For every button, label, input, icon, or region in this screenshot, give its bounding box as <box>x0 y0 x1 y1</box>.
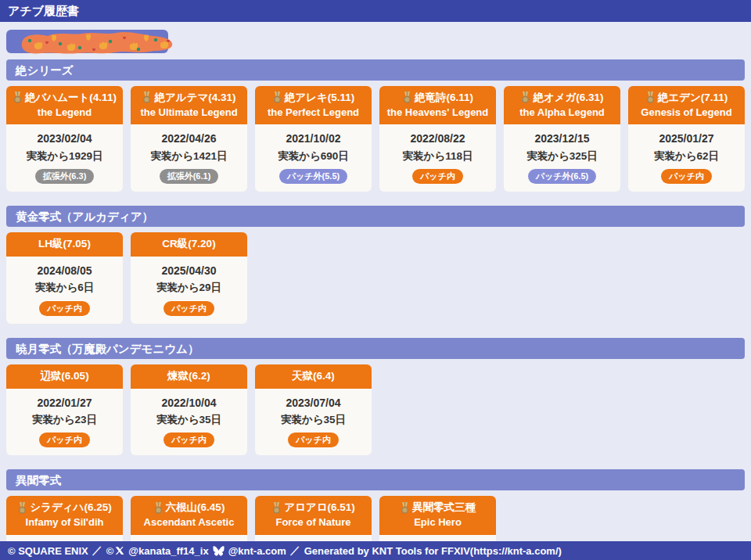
medal-icon <box>520 92 530 103</box>
badge-wrap: パッチ外(6.5) <box>507 168 617 184</box>
achievement-title-text: 天獄(6.4) <box>292 368 335 384</box>
achievement-title: 絶バハムート(4.11) <box>8 90 121 106</box>
achievement-subtitle: the Alpha Legend <box>505 106 619 120</box>
days-since-release: 実装から6日 <box>9 279 120 296</box>
achievement-card: 絶オメガ(6.31)the Alpha Legend2023/12/15実装から… <box>504 86 620 192</box>
clear-date: 2024/08/05 <box>9 262 120 279</box>
achievement-card-body: 2021/10/02実装から690日パッチ外(5.5) <box>255 124 372 192</box>
patch-status-badge: パッチ内 <box>39 301 90 316</box>
achievement-card-body: 2025/01/27実装から62日パッチ内 <box>628 124 745 192</box>
achievement-card-header: 絶バハムート(4.11)the Legend <box>6 86 123 124</box>
achievement-title: 絶エデン(7.11) <box>630 90 743 106</box>
achievement-title: LH級(7.05) <box>8 236 121 252</box>
achievement-title-text: シラディハ(6.25) <box>30 500 111 515</box>
medal-icon <box>153 502 163 514</box>
achievement-card-header: 絶アルテマ(4.31)the Ultimate Legend <box>131 86 247 124</box>
achievement-subtitle: the Ultimate Legend <box>132 106 246 120</box>
days-since-release: 実装から325日 <box>507 148 617 165</box>
clear-date: 2022/04/26 <box>134 130 244 147</box>
achievement-title-text: LH級(7.05) <box>38 236 91 252</box>
report-body: 絶シリーズ 絶バハムート(4.11)the Legend2023/02/04実装… <box>0 22 751 560</box>
achievement-title: シラディハ(6.25) <box>8 500 121 515</box>
achievement-subtitle: the Legend <box>8 106 121 120</box>
badge-wrap: 拡張外(6.1) <box>134 168 244 184</box>
achievement-title: アロアロ(6.51) <box>257 500 370 515</box>
patch-status-badge: パッチ外(5.5) <box>279 169 347 184</box>
achievement-title-text: 絶竜詩(6.11) <box>415 90 473 106</box>
badge-wrap: パッチ内 <box>134 300 244 316</box>
achievement-title-text: アロアロ(6.51) <box>284 500 355 515</box>
page-title: アチブ履歴書 <box>8 4 79 19</box>
achievement-card-header: 煉獄(6.2) <box>131 364 247 389</box>
patch-status-badge: パッチ内 <box>39 433 90 447</box>
achievement-title: 煉獄(6.2) <box>132 368 246 384</box>
achievement-card-body: 2022/08/22実装から118日パッチ内 <box>379 124 496 192</box>
patch-status-badge: 拡張外(6.1) <box>160 169 219 184</box>
achievement-card-body: 2022/04/26実装から1421日拡張外(6.1) <box>131 124 247 192</box>
badge-wrap: パッチ内 <box>9 432 120 447</box>
days-since-release: 実装から1929日 <box>9 148 120 165</box>
achievement-subtitle: the Perfect Legend <box>257 106 370 120</box>
achievement-title-text: 絶アルテマ(4.31) <box>154 90 235 106</box>
footer-generated-by: Generated by KNT Tools for FFXIV(https:/… <box>304 545 562 557</box>
days-since-release: 実装から23日 <box>9 411 120 429</box>
clear-date: 2023/02/04 <box>9 130 120 147</box>
achievement-title-text: 絶オメガ(6.31) <box>533 90 603 106</box>
clear-date: 2025/01/27 <box>631 130 742 147</box>
clear-date: 2023/07/04 <box>258 394 368 411</box>
achievement-title: 絶オメガ(6.31) <box>505 90 619 106</box>
achievement-card-header: 異聞零式三種Epic Hero <box>379 496 496 534</box>
achievement-title: 辺獄(6.05) <box>8 368 121 384</box>
bluesky-icon <box>213 546 225 556</box>
achievement-subtitle: Epic Hero <box>381 515 494 530</box>
achievement-title-text: 絶バハムート(4.11) <box>25 90 117 106</box>
censored-name-scribble <box>11 28 181 58</box>
medal-icon <box>645 92 656 103</box>
achievement-card: 煉獄(6.2)2022/10/04実装から35日パッチ内 <box>131 364 247 456</box>
medal-icon <box>142 92 152 103</box>
achievement-card-header: シラディハ(6.25)Infamy of Sil'dih <box>6 496 123 534</box>
achievement-card: LH級(7.05)2024/08/05実装から6日パッチ内 <box>6 232 123 324</box>
achievement-card-header: 絶エデン(7.11)Genesis of Legend <box>628 86 745 124</box>
achievement-card: 絶エデン(7.11)Genesis of Legend2025/01/27実装か… <box>628 86 745 192</box>
achievement-card: 天獄(6.4)2023/07/04実装から35日パッチ内 <box>255 364 372 456</box>
patch-status-badge: パッチ外(6.5) <box>528 169 596 184</box>
achievement-card-header: 辺獄(6.05) <box>6 364 123 389</box>
card-row: 絶バハムート(4.11)the Legend2023/02/04実装から1929… <box>6 86 745 192</box>
achievement-card-body: 2024/08/05実装から6日パッチ内 <box>6 257 123 324</box>
achievement-card-body: 2023/07/04実装から35日パッチ内 <box>255 389 372 456</box>
days-since-release: 実装から35日 <box>134 411 244 429</box>
clear-date: 2022/10/04 <box>134 394 244 411</box>
patch-status-badge: パッチ内 <box>163 301 214 316</box>
achievement-title: CR級(7.20) <box>132 236 246 252</box>
footer-x-account: @kanata_ff14_ix <box>128 545 208 557</box>
days-since-release: 実装から690日 <box>258 148 368 165</box>
achievement-title-text: 絶エデン(7.11) <box>658 90 728 106</box>
badge-wrap: パッチ内 <box>631 168 742 184</box>
footer: © SQUARE ENIX ／ © @kanata_ff14_ix @knt-a… <box>0 541 751 560</box>
footer-separator: ／ <box>92 544 102 558</box>
footer-separator: ／ <box>290 544 300 558</box>
achievement-title-text: 異聞零式三種 <box>412 500 476 515</box>
achievement-title-text: 辺獄(6.05) <box>40 368 88 384</box>
achievement-title: 絶アルテマ(4.31) <box>132 90 246 106</box>
days-since-release: 実装から35日 <box>258 411 368 429</box>
sections-container: 絶シリーズ 絶バハムート(4.11)the Legend2023/02/04実装… <box>6 59 745 560</box>
medal-icon <box>400 502 410 514</box>
card-row: 辺獄(6.05)2022/01/27実装から23日パッチ内煉獄(6.2)2022… <box>6 364 745 456</box>
clear-date: 2023/12/15 <box>507 130 617 147</box>
achievement-card-body: 2022/01/27実装から23日パッチ内 <box>6 389 123 456</box>
medal-icon <box>13 92 23 103</box>
badge-wrap: 拡張外(6.3) <box>9 168 120 184</box>
achievement-subtitle: Genesis of Legend <box>630 106 743 120</box>
achievement-title-text: CR級(7.20) <box>162 236 215 252</box>
achievement-card-header: 絶アレキ(5.11)the Perfect Legend <box>255 86 372 124</box>
achievement-title: 六根山(6.45) <box>132 500 246 515</box>
footer-copyright: © SQUARE ENIX <box>8 545 88 557</box>
achievement-title: 絶竜詩(6.11) <box>381 90 494 106</box>
badge-wrap: パッチ内 <box>9 300 120 316</box>
clear-date: 2025/04/30 <box>134 262 244 279</box>
achievement-card-header: 天獄(6.4) <box>255 364 372 389</box>
achievement-card-header: 絶竜詩(6.11)the Heavens' Legend <box>379 86 496 124</box>
achievement-subtitle: Ascendant Ascetic <box>132 515 246 530</box>
